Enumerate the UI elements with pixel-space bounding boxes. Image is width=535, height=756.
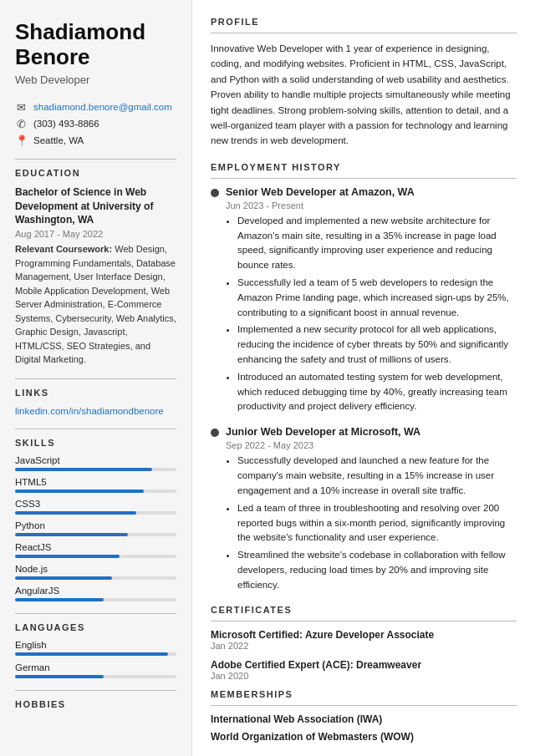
sidebar-title: Web Developer [15, 74, 176, 86]
skill-bar-fill [15, 468, 152, 471]
skill-bar-fill [15, 511, 136, 515]
skill-bar-bg [15, 533, 176, 536]
skill-bar-bg [15, 576, 176, 580]
skill-name: Node.js [15, 564, 176, 574]
skill-item: Python [15, 520, 176, 536]
profile-divider [211, 33, 517, 33]
certificates-divider [211, 621, 517, 622]
skill-item: AngularJS [15, 586, 176, 601]
contact-location: 📍 Seattle, WA [15, 134, 176, 147]
job-header: Junior Web Developer at Microsoft, WA [211, 426, 517, 438]
jobs-list: Senior Web Developer at Amazon, WA Jun 2… [211, 186, 517, 593]
job-bullets: Developed and implemented a new website … [226, 214, 517, 415]
skill-name: JavaScript [15, 455, 176, 465]
job-dot [211, 189, 219, 197]
skills-list: JavaScript HTML5 CSS3 Python ReactJS [15, 455, 176, 601]
education-section-title: EDUCATION [15, 168, 176, 178]
job-title: Senior Web Developer at Amazon, WA [226, 186, 415, 198]
skill-name: HTML5 [15, 477, 176, 487]
employment-divider [211, 178, 517, 179]
links-section-title: LINKS [15, 388, 176, 398]
employment-section-title: Employment History [211, 162, 517, 172]
profile-text: Innovative Web Developer with 1 year of … [211, 41, 517, 149]
list-item: Implemented a new security protocol for … [237, 322, 517, 367]
skill-name: ReactJS [15, 542, 176, 552]
job-dates: Sep 2022 - May 2023 [226, 440, 517, 450]
skill-name: Python [15, 520, 176, 530]
skills-divider [15, 429, 176, 429]
lang-bar-bg [15, 675, 176, 678]
education-divider [15, 159, 176, 160]
hobbies-section-title: Hobbies [15, 699, 176, 709]
certs-list: Microsoft Certified: Azure Developer Ass… [211, 629, 517, 681]
language-item: German [15, 662, 176, 678]
skill-item: JavaScript [15, 455, 176, 471]
lang-name: German [15, 662, 176, 672]
email-icon: ✉ [15, 101, 28, 114]
lang-bar-fill [15, 652, 168, 656]
cert-block: Adobe Certified Expert (ACE): Dreamweave… [211, 659, 517, 681]
list-item: Led a team of three in troubleshooting a… [237, 501, 517, 545]
sidebar: Shadiamond Benore Web Developer ✉ shadia… [0, 0, 192, 756]
memberships-list: International Web Association (IWA)World… [211, 713, 517, 743]
job-header: Senior Web Developer at Amazon, WA [211, 186, 517, 198]
skill-bar-bg [15, 598, 176, 601]
job-title: Junior Web Developer at Microsoft, WA [226, 426, 420, 438]
profile-section-title: Profile [211, 17, 517, 27]
skill-bar-fill [15, 490, 144, 493]
languages-list: English German [15, 640, 176, 678]
lang-bar-bg [15, 652, 176, 656]
job-block: Senior Web Developer at Amazon, WA Jun 2… [211, 186, 517, 415]
skill-name: AngularJS [15, 586, 176, 596]
location-icon: 📍 [15, 134, 28, 147]
skill-item: ReactJS [15, 542, 176, 558]
membership-item: International Web Association (IWA) [211, 713, 517, 725]
skill-item: HTML5 [15, 477, 176, 493]
lang-name: English [15, 640, 176, 650]
memberships-divider [211, 705, 517, 706]
lang-bar-fill [15, 675, 104, 678]
cert-date: Jan 2020 [211, 671, 517, 681]
job-dates: Jun 2023 - Present [226, 200, 517, 211]
main-content: Profile Innovative Web Developer with 1 … [192, 0, 535, 756]
list-item: Developed and implemented a new website … [237, 214, 517, 273]
skill-bar-fill [15, 555, 120, 558]
cert-block: Microsoft Certified: Azure Developer Ass… [211, 629, 517, 651]
skill-bar-bg [15, 511, 176, 515]
cert-date: Jan 2022 [211, 641, 517, 651]
skill-bar-fill [15, 598, 104, 601]
phone-icon: ✆ [15, 118, 28, 130]
cert-name: Microsoft Certified: Azure Developer Ass… [211, 629, 517, 641]
edu-degree: Bachelor of Science in Web Development a… [15, 185, 176, 227]
skill-name: CSS3 [15, 499, 176, 509]
list-item: Introduced an automated testing system f… [237, 370, 517, 414]
memberships-section-title: Memberships [211, 689, 517, 699]
contact-phone: ✆ (303) 493-8866 [15, 118, 176, 130]
skill-bar-fill [15, 576, 112, 580]
edu-coursework: Relevant Coursework: Web Design, Program… [15, 242, 176, 367]
list-item: Successfully led a team of 5 web develop… [237, 276, 517, 320]
skill-bar-fill [15, 533, 128, 536]
job-bullets: Successfully developed and launched a ne… [226, 454, 517, 592]
skills-section-title: SKILLS [15, 438, 176, 448]
sidebar-name: Shadiamond Benore [15, 20, 176, 70]
job-dot [211, 429, 219, 437]
membership-item: World Organization of Webmasters (WOW) [211, 731, 517, 743]
skill-bar-bg [15, 555, 176, 558]
languages-divider [15, 613, 176, 614]
cert-name: Adobe Certified Expert (ACE): Dreamweave… [211, 659, 517, 671]
linkedin-link[interactable]: linkedin.com/in/shadiamondbenore [15, 405, 176, 417]
skill-item: Node.js [15, 564, 176, 580]
list-item: Successfully developed and launched a ne… [237, 454, 517, 498]
skill-bar-bg [15, 490, 176, 493]
contact-email[interactable]: ✉ shadiamond.benore@gmail.com [15, 101, 176, 114]
certificates-section-title: Certificates [211, 605, 517, 615]
list-item: Streamlined the website's codebase in co… [237, 548, 517, 592]
edu-dates: Aug 2017 - May 2022 [15, 229, 176, 239]
hobbies-divider [15, 690, 176, 691]
job-block: Junior Web Developer at Microsoft, WA Se… [211, 426, 517, 592]
skill-item: CSS3 [15, 499, 176, 515]
language-item: English [15, 640, 176, 656]
links-divider [15, 378, 176, 379]
skill-bar-bg [15, 468, 176, 471]
